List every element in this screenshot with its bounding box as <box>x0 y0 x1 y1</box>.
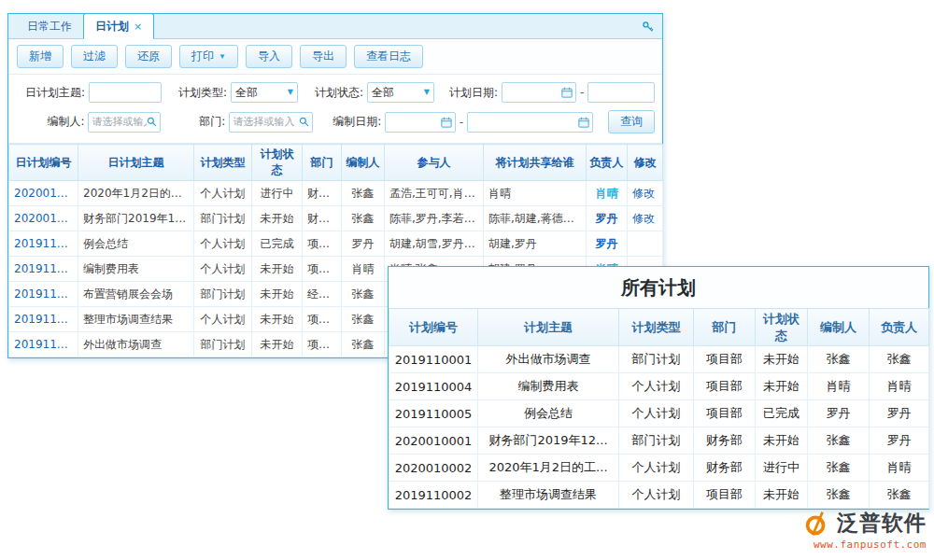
plan-creator: 张鑫 <box>808 346 870 373</box>
status-filter-select[interactable]: 全部 ▼ <box>367 82 434 103</box>
plan-id: 2019110004 <box>389 373 478 400</box>
tab-daily-plan-label: 日计划 <box>95 19 129 35</box>
plan-leader: 张鑫 <box>870 482 929 509</box>
modify-link[interactable]: 修改 <box>628 181 663 206</box>
search-icon[interactable] <box>147 117 157 127</box>
plan-dept: 财务部 <box>303 181 342 206</box>
column-header: 计划类型 <box>619 309 694 346</box>
plan-creator: 罗丹 <box>342 231 385 257</box>
dept-filter-label: 部门: <box>174 114 226 130</box>
plan-leader: 罗丹 <box>870 427 929 455</box>
plan-share: 肖晴 <box>484 181 587 206</box>
calendar-icon[interactable] <box>441 117 452 128</box>
plan-share: 陈菲,胡建,蒋德帆,... <box>484 206 587 231</box>
dept-filter-input[interactable] <box>233 113 298 132</box>
modify-link[interactable]: 修改 <box>628 206 663 231</box>
fanpu-logo-icon <box>802 510 830 538</box>
plan-id-link[interactable]: 2019110002 <box>9 307 78 332</box>
plan-status: 未开始 <box>756 373 808 400</box>
column-header: 负责人 <box>587 145 628 181</box>
plan-status: 未开始 <box>252 332 303 357</box>
plan-dept: 项目部 <box>694 400 756 427</box>
filter-button[interactable]: 过滤 <box>71 45 118 68</box>
plan-status: 未开始 <box>252 307 303 332</box>
chevron-down-icon: ▼ <box>424 89 430 96</box>
restore-button[interactable]: 还原 <box>125 45 172 68</box>
create-date-to-input[interactable] <box>471 113 578 132</box>
plan-id-link[interactable]: 2019110005 <box>9 231 78 257</box>
modify-link <box>628 231 663 257</box>
creator-filter-input[interactable] <box>92 113 146 132</box>
search-icon[interactable] <box>299 117 309 127</box>
plan-status: 未开始 <box>756 427 808 455</box>
plan-id-link[interactable]: 2020010001 <box>9 206 78 231</box>
create-date-from-input[interactable] <box>389 113 441 132</box>
table-row[interactable]: 2019110002整理市场调查结果个人计划项目部未开始张鑫张鑫 <box>389 482 929 509</box>
plan-id-link[interactable]: 2020010002 <box>9 181 78 206</box>
export-button[interactable]: 导出 <box>300 45 347 68</box>
table-header-row: 日计划编号日计划主题计划类型计划状态部门编制人参与人将计划共享给谁负责人修改 <box>9 145 663 181</box>
plan-leader: 罗丹 <box>587 231 628 257</box>
plan-participants: 胡建,胡雪,罗丹,任晓... <box>385 231 484 257</box>
table-row[interactable]: 2019110004编制费用表个人计划项目部未开始肖晴肖晴 <box>389 373 929 400</box>
column-header: 负责人 <box>870 309 929 346</box>
plan-id-link[interactable]: 2019110004 <box>9 257 78 282</box>
plan-id-link[interactable]: 2019110001 <box>9 332 78 357</box>
plan-date-to-input[interactable] <box>591 83 651 102</box>
type-filter-value: 全部 <box>235 85 258 101</box>
key-icon[interactable] <box>642 21 655 34</box>
calendar-icon[interactable] <box>561 87 573 98</box>
close-icon[interactable]: × <box>134 21 142 32</box>
plan-id-link[interactable]: 2019110003 <box>9 282 78 307</box>
import-button[interactable]: 导入 <box>246 45 292 68</box>
column-header: 编制人 <box>342 145 385 181</box>
table-row[interactable]: 2020010001财务部门2019年12月的...部门计划未开始财务部张鑫陈菲… <box>9 206 663 231</box>
brand-url[interactable]: www.fanpusoft.com <box>802 539 927 551</box>
creator-filter-label: 编制人: <box>16 114 84 130</box>
add-button[interactable]: 新增 <box>17 45 64 68</box>
plan-id: 2019110001 <box>389 346 478 373</box>
plan-creator: 张鑫 <box>342 332 385 357</box>
plan-leader: 罗丹 <box>870 400 929 427</box>
print-button[interactable]: 打印 ▼ <box>179 45 238 68</box>
search-button[interactable]: 查询 <box>608 110 655 133</box>
type-filter-select[interactable]: 全部 ▼ <box>231 82 298 103</box>
plan-creator: 张鑫 <box>808 455 870 482</box>
subject-filter-input[interactable] <box>92 83 158 102</box>
plan-leader: 肖晴 <box>870 373 929 400</box>
range-separator: - <box>460 116 463 129</box>
plan-type: 部门计划 <box>194 332 252 357</box>
table-row[interactable]: 20200100022020年1月2日的工作日...个人计划进行中财务部张鑫孟浩… <box>9 181 663 206</box>
plan-type: 个人计划 <box>619 400 694 427</box>
table-row[interactable]: 20200100022020年1月2日的工...个人计划财务部进行中张鑫肖晴 <box>389 455 929 482</box>
plan-status: 未开始 <box>252 257 303 282</box>
plan-dept: 项目部 <box>303 332 342 357</box>
plan-subject: 外出做市场调查 <box>78 332 194 357</box>
plan-type: 部门计划 <box>619 346 694 373</box>
filter-panel: 日计划主题: 计划类型: 全部 ▼ 计划状态: 全部 ▼ 计划日期: <box>8 75 662 144</box>
calendar-icon[interactable] <box>578 117 589 128</box>
plan-subject: 整理市场调查结果 <box>78 307 194 332</box>
plan-creator: 肖晴 <box>808 373 870 400</box>
plan-leader: 肖晴 <box>870 455 929 482</box>
plan-id: 2020010001 <box>389 427 478 455</box>
table-row[interactable]: 2019110001外出做市场调查部门计划项目部未开始张鑫张鑫 <box>389 346 929 373</box>
plan-dept: 经营部 <box>303 282 342 307</box>
page-title: 所有计划 <box>389 267 928 308</box>
tab-daily-work[interactable]: 日常工作 <box>16 14 83 38</box>
table-row[interactable]: 2019110005例会总结个人计划已完成项目部罗丹胡建,胡雪,罗丹,任晓...… <box>9 231 663 257</box>
plan-id: 2019110002 <box>389 482 478 509</box>
plan-participants: 孟浩,王可可,肖晴,张鑫 <box>385 181 484 206</box>
plan-date-from-input[interactable] <box>505 83 561 102</box>
table-row[interactable]: 2020010001财务部门2019年12...部门计划财务部未开始张鑫罗丹 <box>389 427 929 455</box>
view-log-button[interactable]: 查看日志 <box>354 45 423 68</box>
plan-subject: 2020年1月2日的工作日... <box>78 181 194 206</box>
plan-leader: 罗丹 <box>587 206 628 231</box>
plan-dept: 项目部 <box>303 231 342 257</box>
table-row[interactable]: 2019110005例会总结个人计划项目部已完成罗丹罗丹 <box>389 400 929 427</box>
plan-subject: 例会总结 <box>478 400 619 427</box>
plan-status: 进行中 <box>252 181 303 206</box>
plan-dept: 项目部 <box>694 482 756 509</box>
tab-daily-plan[interactable]: 日计划 × <box>83 13 154 39</box>
column-header: 计划主题 <box>478 309 619 346</box>
